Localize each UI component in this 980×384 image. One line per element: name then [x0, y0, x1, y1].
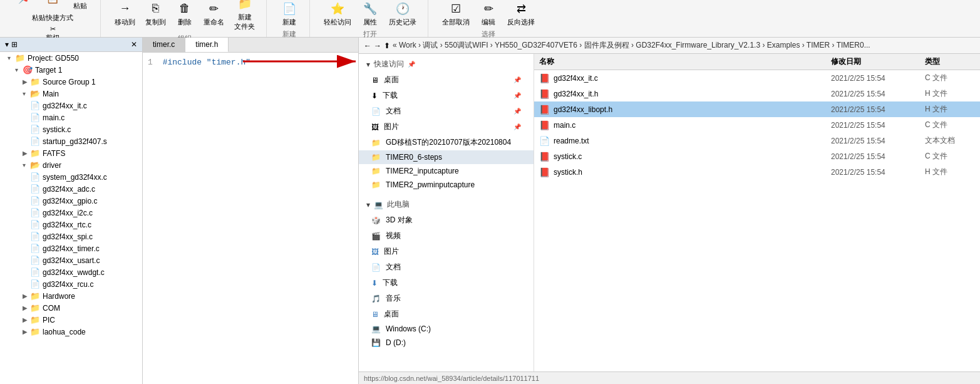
nav-desktop[interactable]: 🖥 桌面 📌: [359, 72, 534, 88]
file-name-0: gd32f4xx_it.c: [554, 74, 598, 83]
new-item-icon: 📄: [281, 0, 298, 18]
nav-video[interactable]: 🎬 视频: [359, 228, 534, 244]
file-row-selected[interactable]: 📕 gd32f4xx_libopt.h 2021/2/25 15:54 H 文件: [534, 101, 980, 117]
nav-pics[interactable]: 🖼 图片 📌: [359, 119, 534, 135]
invert-select-btn[interactable]: ⇄ 反向选择: [503, 0, 539, 28]
nav-downloads[interactable]: ⬇ 下载: [359, 275, 534, 291]
nav-download[interactable]: ⬇ 下载 📌: [359, 88, 534, 103]
paste-btn[interactable]: 📋 粘贴: [68, 0, 93, 12]
new-folder-btn[interactable]: 📁 新建 文件夹: [230, 0, 259, 33]
history-btn[interactable]: 🕐 历史记录: [385, 0, 420, 28]
properties-label: 属性: [363, 18, 377, 27]
nav-timer2-input[interactable]: 📁 TIMER2_inputcapture: [359, 164, 534, 178]
panel-header: ▾ ⊞ ✕: [0, 38, 142, 52]
properties-btn[interactable]: 🔧 属性: [358, 0, 383, 28]
video-icon: 🎬: [371, 232, 381, 241]
panel-close[interactable]: ✕: [131, 40, 137, 49]
nav-timer0[interactable]: 📁 TIMER0_6-steps: [359, 150, 534, 164]
file-usart[interactable]: 📄 gd32f4xx_usart.c: [0, 254, 142, 266]
nav-docs[interactable]: 📄 文档 📌: [359, 103, 534, 119]
new-folder-icon: 📁: [236, 0, 254, 13]
com-group[interactable]: ▶ 📁 COM: [0, 302, 142, 314]
forward-btn[interactable]: →: [374, 41, 381, 50]
tab-timer-h[interactable]: timer.h: [185, 38, 229, 52]
gd-folder-icon: 📁: [371, 138, 381, 147]
file-name-4: readme.txt: [554, 137, 589, 145]
file-type-0: C 文件: [925, 73, 975, 83]
laohua-group[interactable]: ▶ 📁 laohua_code: [0, 326, 142, 338]
code-line: #include "timer.h": [163, 58, 250, 67]
tab-timer-c[interactable]: timer.c: [143, 38, 185, 52]
paste-shortcut-btn[interactable]: 粘贴快捷方式: [28, 12, 77, 24]
edit-btn[interactable]: ✏ 编辑: [476, 0, 501, 28]
nav-d-drive[interactable]: 💾 D (D:): [359, 336, 534, 350]
desktop-icon: 🖥: [371, 76, 379, 85]
project-root[interactable]: ▾ 📁 Project: GD550: [0, 52, 142, 64]
target-item[interactable]: ▾ 🎯 Target 1: [0, 64, 142, 76]
project-tree-panel: ▾ ⊞ ✕ ▾ 📁 Project: GD550 ▾ 🎯 Target 1 ▶ …: [0, 38, 143, 384]
nav-windows-c[interactable]: 💻 Windows (C:): [359, 322, 534, 336]
select-group: ☑ 全部取消 ✏ 编辑 ⇄ 反向选择 选择: [431, 0, 546, 37]
file-list-header: 名称 修改日期 类型: [534, 54, 980, 70]
pin-icon: 📌: [16, 0, 34, 6]
project-name: Project: GD550: [28, 54, 79, 63]
organize-group: → 移动到 ⎘ 复制到 🗑 删除 ✏ 重命名 📁 新建 文件夹 组织: [103, 0, 267, 37]
hardwore-group[interactable]: ▶ 📁 Hardwore: [0, 290, 142, 302]
file-system[interactable]: 📄 system_gd32f4xx.c: [0, 171, 142, 183]
delete-btn[interactable]: 🗑 删除: [172, 0, 197, 28]
file-startup[interactable]: 📄 startup_gd32f407.s: [0, 135, 142, 147]
file-rtc[interactable]: 📄 gd32f4xx_rtc.c: [0, 219, 142, 231]
file-row[interactable]: 📕 systick.c 2021/2/25 15:54 C 文件: [534, 148, 980, 164]
file-row[interactable]: 📕 gd32f4xx_it.h 2021/2/25 15:54 H 文件: [534, 86, 980, 101]
status-bar: https://blog.csdn.net/wai_58934/article/…: [359, 371, 980, 384]
file-row[interactable]: 📕 systick.h 2021/2/25 15:54 H 文件: [534, 164, 980, 180]
3d-icon: 🎲: [371, 216, 381, 225]
pic-group[interactable]: ▶ 📁 PIC: [0, 314, 142, 326]
back-btn[interactable]: ←: [364, 41, 371, 50]
pin3: 📌: [513, 108, 521, 115]
rename-btn[interactable]: ✏ 重命名: [200, 0, 228, 28]
breadcrumb-bar: ← → ⬆ « Work › 调试 › 550调试WIFI › YH550_GD…: [359, 38, 980, 54]
file-row[interactable]: 📕 gd32f4xx_it.c 2021/2/25 15:54 C 文件: [534, 70, 980, 86]
file-gd32f4xx-it-c[interactable]: 📄 gd32f4xx_it.c: [0, 100, 142, 112]
file-spi[interactable]: 📄 gd32f4xx_spi.c: [0, 231, 142, 242]
up-btn[interactable]: ⬆: [384, 41, 390, 50]
paste-label: 粘贴: [73, 1, 87, 11]
file-row[interactable]: 📄 readme.txt 2021/2/25 15:54 文本文档: [534, 133, 980, 148]
nav-gd-folder[interactable]: 📁 GD移植ST的20210707版本20210804: [359, 135, 534, 150]
nav-3d[interactable]: 🎲 3D 对象: [359, 212, 534, 228]
pdf-icon-3: 📕: [539, 120, 550, 130]
file-systick-c[interactable]: 📄 systick.c: [0, 123, 142, 135]
nav-desktop2[interactable]: 🖥 桌面: [359, 306, 534, 322]
easy-access-btn[interactable]: ⭐ 轻松访问: [320, 0, 355, 28]
nav-documents[interactable]: 📄 文档: [359, 259, 534, 275]
copy-to-btn[interactable]: ⎘ 复制到: [142, 0, 170, 28]
file-row[interactable]: 📕 main.c 2021/2/25 15:54 C 文件: [534, 117, 980, 133]
file-i2c[interactable]: 📄 gd32f4xx_i2c.c: [0, 207, 142, 219]
file-adc[interactable]: 📄 gd32f4xx_adc.c: [0, 183, 142, 195]
file-date-0: 2021/2/25 15:54: [831, 74, 925, 83]
new-item-btn[interactable]: 📄 新建: [277, 0, 302, 28]
select-all-btn[interactable]: ☑ 全部取消: [438, 0, 473, 28]
driver-group[interactable]: ▾ 📂 driver: [0, 159, 142, 171]
nav-music[interactable]: 🎵 音乐: [359, 291, 534, 306]
file-name-5: systick.c: [554, 152, 582, 161]
file-wwdgt[interactable]: 📄 gd32f4xx_wwdgt.c: [0, 266, 142, 278]
tab-bar: timer.c timer.h: [143, 38, 358, 53]
fatfs-group[interactable]: ▶ 📁 FATFS: [0, 147, 142, 159]
file-main-c[interactable]: 📄 main.c: [0, 112, 142, 123]
nav-pictures[interactable]: 🖼 图片: [359, 244, 534, 259]
move-to-btn[interactable]: → 移动到: [111, 0, 139, 28]
file-gpio[interactable]: 📄 gd32f4xx_gpio.c: [0, 195, 142, 207]
file-type-1: H 文件: [925, 88, 975, 99]
nav-timer2-pwm[interactable]: 📁 TIMER2_pwminputcapture: [359, 178, 534, 192]
file-rcu[interactable]: 📄 gd32f4xx_rcu.c: [0, 278, 142, 290]
source-group-1[interactable]: ▶ 📁 Source Group 1: [0, 76, 142, 88]
file-date-5: 2021/2/25 15:54: [831, 152, 925, 161]
main-group[interactable]: ▾ 📂 Main: [0, 88, 142, 100]
pin-quick-access-btn[interactable]: 📌: [13, 0, 38, 8]
file-timer[interactable]: 📄 gd32f4xx_timer.c: [0, 242, 142, 254]
this-pc-section: ▾ 💻 此电脑 🎲 3D 对象 🎬 视频 🖼 图片: [359, 197, 534, 350]
copy-btn[interactable]: 📋: [40, 0, 65, 8]
file-date-2: 2021/2/25 15:54: [831, 105, 925, 114]
